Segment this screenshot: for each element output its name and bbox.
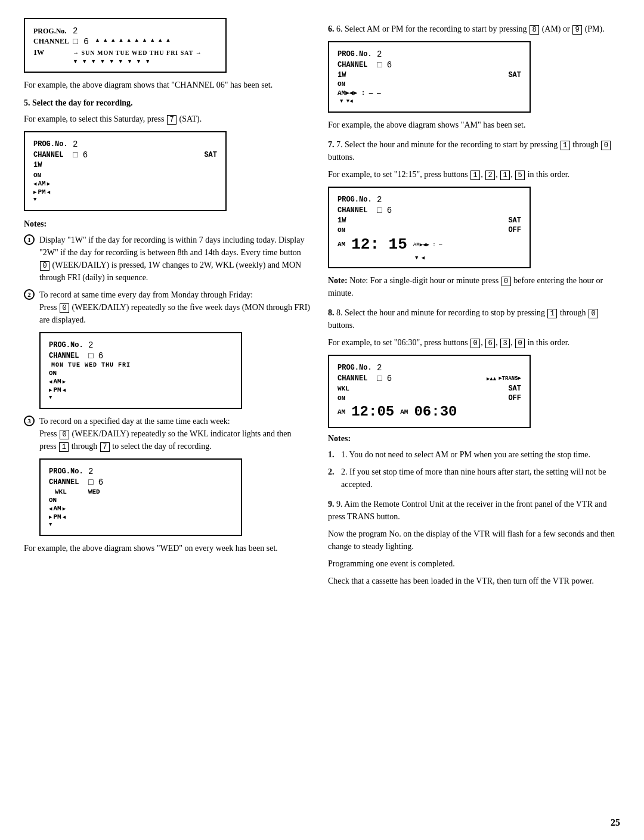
lcd-note3-wkl: WKL bbox=[49, 488, 67, 495]
note2-circle: 2 bbox=[24, 289, 35, 300]
lcd-note2-prog-label: PROG.No. bbox=[49, 341, 85, 349]
button-8-step6: 8 bbox=[530, 25, 539, 35]
lcd-note2-channel-label: CHANNEL bbox=[49, 352, 85, 360]
lcd-step6: PROG.No. 2 CHANNEL □ 6 1W SAT ON AM▶◀▶ :… bbox=[328, 41, 531, 113]
lcd-step5: PROG.No. 2 CHANNEL □ 6 SAT 1W ON ◀ AM ▶ … bbox=[24, 131, 227, 211]
days-row-top: → SUN MON TUE WED THU FRI SAT → bbox=[73, 49, 202, 56]
note3-circle: 3 bbox=[24, 416, 35, 426]
down-arrows-top: ▼ ▼ ▼ ▼ ▼ ▼ ▼ ▼ ▼ bbox=[73, 58, 151, 64]
lcd7-am: AM bbox=[338, 241, 345, 248]
lcd8-am2: AM bbox=[400, 408, 408, 416]
lcd7-arrows2: ▼ ◀ bbox=[338, 255, 521, 261]
button-0-note3: 0 bbox=[60, 430, 69, 439]
lcd6-example: For example, the above diagram shows "AM… bbox=[328, 119, 620, 131]
button-5-step7: 5 bbox=[515, 171, 525, 180]
lcd7-channel-value: □ 6 bbox=[377, 206, 392, 215]
notes-header-left: Notes: bbox=[24, 219, 310, 229]
lcd-note3-pm: PM bbox=[53, 513, 61, 520]
button-7-note3: 7 bbox=[100, 442, 110, 452]
lcd5-prog-value: 2 bbox=[73, 140, 78, 149]
right-column: 6. 6. Select AM or PM for the recording … bbox=[328, 18, 620, 594]
lcd6-prog-value: 2 bbox=[377, 49, 382, 59]
lcd8-time-start: 12:05 bbox=[351, 404, 394, 420]
lcd-note3-prog-value: 2 bbox=[88, 467, 93, 476]
week-label-top: 1W bbox=[33, 48, 69, 57]
note3-text: To record on a specified day at the same… bbox=[39, 415, 310, 452]
step7-block: 7. 7. Select the hour and minute for the… bbox=[328, 138, 620, 299]
lcd-note3: PROG.No. 2 CHANNEL □ 6 WKL WED ON ◀ AM ▶… bbox=[39, 458, 242, 536]
button-0-step8: 0 bbox=[589, 309, 598, 318]
button-1-step7: 1 bbox=[561, 141, 570, 150]
lcd8-prog-value: 2 bbox=[377, 363, 382, 373]
lcd6-am-display: AM▶◀▶ : — — bbox=[338, 89, 381, 97]
lcd8-sat: SAT bbox=[508, 385, 521, 393]
button-0-step8b: 0 bbox=[515, 339, 525, 348]
button-0-note7: 0 bbox=[501, 277, 511, 286]
lcd-note3-am: AM bbox=[53, 505, 61, 512]
step9-header: 9. 9. Aim the Remote Control Unit at the… bbox=[328, 498, 620, 523]
lcd8-trans-block: ▶▲▲ ►TRANS► bbox=[487, 376, 521, 382]
lcd-note3-prog-label: PROG.No. bbox=[49, 467, 85, 476]
note8-2-item: 2. 2. If you set stop time of more than … bbox=[328, 466, 620, 491]
lcd-note2-am: AM bbox=[53, 378, 61, 385]
step6-text: 6. 6. Select AM or PM for the recording … bbox=[328, 23, 620, 35]
top-lcd-diagram: PROG.No. 2 CHANNEL □ 6 ▲ ▲ ▲ ▲ ▲ ▲ ▲ ▲ ▲… bbox=[24, 18, 227, 73]
lcd-note2-channel-value: □ 6 bbox=[88, 351, 103, 361]
prog-label: PROG.No. bbox=[33, 27, 69, 36]
lcd5-prog-label: PROG.No. bbox=[33, 140, 69, 148]
note8-2-text: 2. If you set stop time of more than nin… bbox=[341, 466, 620, 491]
note8-1-text: 1. You do not need to select AM or PM wh… bbox=[341, 448, 620, 461]
step8-block: 8. 8. Select the hour and minute for rec… bbox=[328, 306, 620, 491]
button-0-step8a: 0 bbox=[470, 339, 480, 348]
top-arrows: ▲ ▲ ▲ ▲ ▲ ▲ ▲ ▲ ▲ ▲ bbox=[95, 37, 171, 43]
lcd6-channel-value: □ 6 bbox=[377, 60, 392, 70]
lcd-note2-on: ON bbox=[49, 370, 57, 377]
lcd6-sat: SAT bbox=[508, 71, 521, 79]
step9-block: 9. 9. Aim the Remote Control Unit at the… bbox=[328, 498, 620, 587]
lcd-note3-on: ON bbox=[49, 497, 57, 504]
channel-value-top: □ 6 bbox=[73, 37, 89, 47]
note2-item: 2 To record at same time every day from … bbox=[24, 289, 310, 326]
button-3-step8: 3 bbox=[500, 339, 510, 348]
lcd7-on: ON bbox=[338, 227, 345, 234]
lcd-note3-wed: WED bbox=[88, 488, 100, 495]
lcd-step8: PROG.No. 2 CHANNEL □ 6 ▶▲▲ ►TRANS► WKL S… bbox=[328, 355, 531, 428]
lcd8-channel-label: CHANNEL bbox=[338, 374, 373, 383]
step7-example: For example, to set "12:15", press butto… bbox=[328, 168, 620, 181]
lcd7-time: 12: 15 bbox=[351, 235, 407, 253]
lcd7-prog-label: PROG.No. bbox=[338, 196, 373, 204]
button-1-step8: 1 bbox=[547, 309, 557, 318]
note2-text: To record at same time every day from Mo… bbox=[39, 289, 310, 326]
button-0-step7: 0 bbox=[601, 141, 611, 150]
lcd8-prog-label: PROG.No. bbox=[338, 364, 373, 372]
lcd-note2-prog-value: 2 bbox=[88, 340, 93, 350]
step8-example: For example, to set "06:30", press butto… bbox=[328, 336, 620, 349]
step8-text: 8. 8. Select the hour and minute for rec… bbox=[328, 306, 620, 331]
lcd6-prog-label: PROG.No. bbox=[338, 50, 373, 58]
button-0-note2: 0 bbox=[60, 303, 69, 313]
lcd7-prog-value: 2 bbox=[377, 195, 382, 204]
note1-text: Display "1W" if the day for recording is… bbox=[39, 234, 310, 284]
button-7-step5: 7 bbox=[167, 115, 177, 125]
lcd7-sat: SAT bbox=[508, 216, 521, 225]
lcd-step7: PROG.No. 2 CHANNEL □ 6 1W SAT ON OFF AM bbox=[328, 187, 531, 268]
page-number: 25 bbox=[611, 817, 620, 828]
step6-block: 6. 6. Select AM or PM for the recording … bbox=[328, 23, 620, 131]
note1-circle: 1 bbox=[24, 234, 35, 245]
lcd8-channel-value: □ 6 bbox=[377, 374, 392, 383]
lcd8-wkl: WKL bbox=[338, 385, 349, 392]
lcd8-am-label: AM bbox=[338, 408, 345, 416]
step9-text3: Check that a cassette has been loaded in… bbox=[328, 575, 620, 587]
step9-text1: Now the program No. on the display of th… bbox=[328, 528, 620, 553]
lcd7-am-arrows: AM▶◀▶ : — bbox=[413, 241, 442, 248]
lcd5-week: 1W bbox=[33, 161, 69, 169]
button-1-step7a: 1 bbox=[470, 171, 480, 180]
notes8-header: Notes: bbox=[328, 434, 620, 444]
step5-header: 5. Select the day for recording. bbox=[24, 98, 310, 108]
lcd8-trans: ►TRANS► bbox=[499, 376, 521, 382]
lcd-note2-pm: PM bbox=[53, 386, 61, 393]
lcd6-on: ON bbox=[338, 80, 345, 88]
lcd8-on: ON bbox=[338, 395, 345, 402]
lcd5-am: AM bbox=[38, 180, 45, 187]
left-column: PROG.No. 2 CHANNEL □ 6 ▲ ▲ ▲ ▲ ▲ ▲ ▲ ▲ ▲… bbox=[24, 18, 310, 594]
